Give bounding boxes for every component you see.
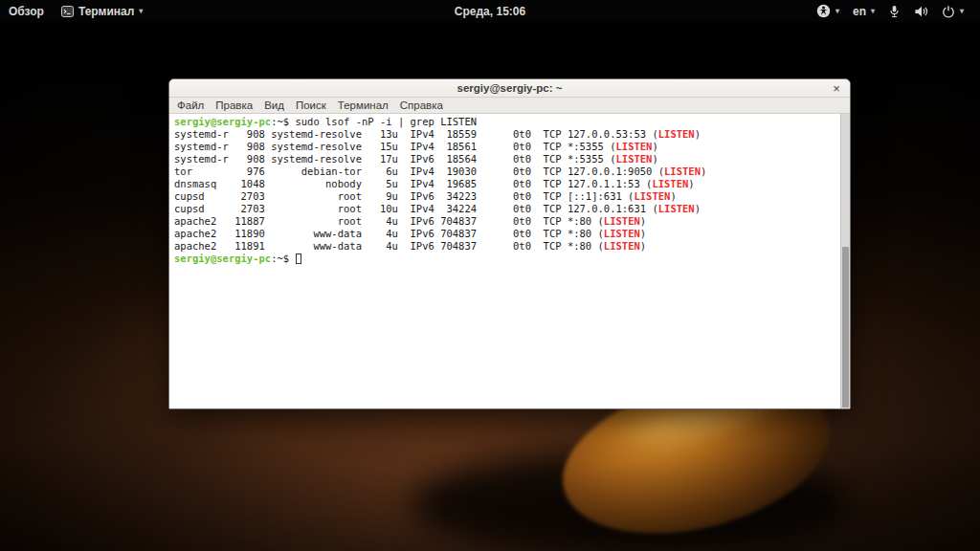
terminal-cursor xyxy=(296,253,301,264)
menu-item-3[interactable]: Поиск xyxy=(290,99,332,112)
app-menu-button[interactable]: Терминал ▾ xyxy=(53,0,151,22)
keyboard-layout-menu[interactable]: en ▾ xyxy=(846,0,881,22)
menu-bar: ФайлПравкаВидПоискТерминалСправка xyxy=(169,98,850,114)
terminal-output-row-3: tor 976 debian-tor 6u IPv4 19030 0t0 TCP… xyxy=(174,165,839,178)
close-icon[interactable]: × xyxy=(830,80,843,97)
terminal-output-row-6: cupsd 2703 root 10u IPv4 34224 0t0 TCP 1… xyxy=(174,203,839,215)
terminal-output-row-4: dnsmasq 1048 nobody 5u IPv4 19685 0t0 TC… xyxy=(174,178,839,190)
terminal-output-row-9: apache2 11891 www-data 4u IPv6 704837 0t… xyxy=(174,240,839,253)
terminal-window: sergiy@sergiy-pc: ~ × ФайлПравкаВидПоиск… xyxy=(168,78,851,409)
volume-icon xyxy=(914,5,928,18)
terminal-output[interactable]: sergiy@sergiy-pc:~$ sudo lsof -nP -i | g… xyxy=(169,114,839,408)
power-icon xyxy=(942,5,955,18)
terminal-command-line: sergiy@sergiy-pc:~$ sudo lsof -nP -i | g… xyxy=(174,116,839,128)
terminal-icon xyxy=(61,6,74,17)
window-title: sergiy@sergiy-pc: ~ xyxy=(457,82,563,94)
chevron-down-icon: ▾ xyxy=(835,7,839,15)
terminal-output-row-7: apache2 11887 root 4u IPv6 704837 0t0 TC… xyxy=(174,215,839,228)
activities-label: Обзор xyxy=(9,5,44,18)
menu-item-1[interactable]: Правка xyxy=(210,99,258,112)
chevron-down-icon: ▾ xyxy=(139,7,143,15)
microphone-indicator[interactable] xyxy=(881,0,907,22)
top-bar: Обзор Терминал ▾ Среда, 15:06 xyxy=(0,0,980,22)
menu-item-2[interactable]: Вид xyxy=(258,99,290,112)
title-bar[interactable]: sergiy@sergiy-pc: ~ × xyxy=(169,79,850,98)
terminal-prompt-line: sergiy@sergiy-pc:~$ xyxy=(174,253,839,265)
chevron-down-icon: ▾ xyxy=(960,7,964,15)
scrollbar-thumb[interactable] xyxy=(842,247,849,408)
volume-indicator[interactable] xyxy=(907,0,935,22)
terminal-view[interactable]: sergiy@sergiy-pc:~$ sudo lsof -nP -i | g… xyxy=(169,114,850,408)
terminal-output-row-0: systemd-r 908 systemd-resolve 13u IPv4 1… xyxy=(174,128,839,141)
chevron-down-icon: ▾ xyxy=(871,7,875,15)
accessibility-menu[interactable]: ▾ xyxy=(810,0,846,22)
app-menu-label: Терминал xyxy=(78,5,134,18)
menu-item-5[interactable]: Справка xyxy=(394,99,449,112)
menu-item-0[interactable]: Файл xyxy=(171,99,210,112)
keyboard-layout-label: en xyxy=(853,5,866,18)
activities-button[interactable]: Обзор xyxy=(0,0,53,22)
terminal-output-row-8: apache2 11890 www-data 4u IPv6 704837 0t… xyxy=(174,228,839,240)
menu-item-4[interactable]: Терминал xyxy=(332,99,394,112)
terminal-output-row-5: cupsd 2703 root 9u IPv6 34223 0t0 TCP [:… xyxy=(174,190,839,203)
scrollbar[interactable] xyxy=(840,114,850,408)
microphone-icon xyxy=(888,5,901,18)
power-menu[interactable]: ▾ xyxy=(935,0,970,22)
terminal-output-row-1: systemd-r 908 systemd-resolve 15u IPv4 1… xyxy=(174,141,839,153)
terminal-output-row-2: systemd-r 908 systemd-resolve 17u IPv6 1… xyxy=(174,153,839,165)
accessibility-icon xyxy=(816,4,831,18)
